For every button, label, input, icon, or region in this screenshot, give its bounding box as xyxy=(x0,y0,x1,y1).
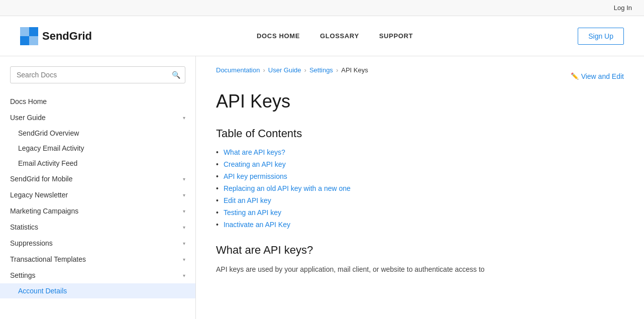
chevron-right-icon-suppressions: ▾ xyxy=(183,241,185,246)
sidebar-item-docs-home-label: Docs Home xyxy=(10,97,47,105)
header: SendGrid DOCS HOME GLOSSARY SUPPORT Sign… xyxy=(0,16,644,56)
sidebar-item-statistics-label: Statistics xyxy=(10,223,38,231)
breadcrumb-sep-3: › xyxy=(336,66,338,74)
chevron-right-icon-newsletter: ▾ xyxy=(183,192,185,198)
nav-glossary[interactable]: GLOSSARY xyxy=(320,32,359,40)
svg-rect-1 xyxy=(29,27,38,36)
sidebar-item-marketing-campaigns-label: Marketing Campaigns xyxy=(10,207,78,215)
sendgrid-logo-icon xyxy=(20,27,38,45)
edit-icon: ✏️ xyxy=(571,72,579,80)
chevron-right-icon-mobile: ▾ xyxy=(183,176,185,182)
sidebar-item-suppressions[interactable]: Suppressions ▾ xyxy=(0,235,195,251)
sidebar-item-docs-home[interactable]: Docs Home xyxy=(0,93,195,110)
toc-link-7[interactable]: Inactivate an API Key xyxy=(224,221,290,229)
signup-button[interactable]: Sign Up xyxy=(578,28,624,45)
sidebar-item-email-activity-feed[interactable]: Email Activity Feed xyxy=(0,156,195,171)
login-link[interactable]: Log In xyxy=(614,4,632,12)
toc-link-5[interactable]: Edit an API key xyxy=(224,196,271,204)
search-box: 🔍 xyxy=(10,66,185,83)
toc-link-2[interactable]: Creating an API key xyxy=(224,160,286,168)
breadcrumb-user-guide[interactable]: User Guide xyxy=(268,66,301,74)
toc-item-6: Testing an API key xyxy=(216,208,624,217)
toc-list: What are API keys? Creating an API key A… xyxy=(216,148,624,229)
sidebar-item-sendgrid-for-mobile[interactable]: SendGrid for Mobile ▾ xyxy=(0,171,195,187)
sidebar-item-account-details-label: Account Details xyxy=(18,287,67,295)
sidebar-item-legacy-newsletter-label: Legacy Newsletter xyxy=(10,191,68,199)
sidebar-item-transactional-templates[interactable]: Transactional Templates ▾ xyxy=(0,251,195,267)
search-input[interactable] xyxy=(10,66,185,83)
sidebar-item-settings-label: Settings xyxy=(10,271,36,279)
sidebar-item-transactional-templates-label: Transactional Templates xyxy=(10,255,86,263)
toc-item-7: Inactivate an API Key xyxy=(216,221,624,229)
svg-rect-0 xyxy=(20,27,29,36)
sidebar: 🔍 Docs Home User Guide ▾ SendGrid Overvi… xyxy=(0,56,196,319)
top-bar: Log In xyxy=(0,0,644,16)
toc-item-5: Edit an API key xyxy=(216,196,624,204)
breadcrumb-sep-1: › xyxy=(263,66,265,74)
main-content: Documentation › User Guide › Settings › … xyxy=(196,56,644,319)
breadcrumb-settings[interactable]: Settings xyxy=(309,66,333,74)
view-edit-link[interactable]: ✏️ View and Edit xyxy=(571,72,624,80)
toc-link-4[interactable]: Replacing an old API key with a new one xyxy=(224,184,351,192)
sidebar-item-account-details[interactable]: Account Details xyxy=(0,283,195,298)
section-text: API keys are used by your application, m… xyxy=(216,264,624,275)
svg-rect-3 xyxy=(29,36,38,45)
toc-link-6[interactable]: Testing an API key xyxy=(224,208,281,217)
nav-support[interactable]: SUPPORT xyxy=(379,32,413,40)
search-icon: 🔍 xyxy=(172,71,180,79)
sidebar-item-suppressions-label: Suppressions xyxy=(10,239,53,247)
sidebar-item-sendgrid-overview[interactable]: SendGrid Overview xyxy=(0,126,195,141)
sidebar-item-statistics[interactable]: Statistics ▾ xyxy=(0,219,195,235)
breadcrumb-sep-2: › xyxy=(304,66,306,74)
toc-link-3[interactable]: API key permissions xyxy=(224,172,287,180)
sidebar-item-settings[interactable]: Settings ▾ xyxy=(0,267,195,283)
breadcrumb-documentation[interactable]: Documentation xyxy=(216,66,260,74)
page-title: API Keys xyxy=(216,91,624,112)
sidebar-item-user-guide-label: User Guide xyxy=(10,114,46,122)
toc-item-4: Replacing an old API key with a new one xyxy=(216,184,624,192)
sidebar-item-sendgrid-overview-label: SendGrid Overview xyxy=(18,129,79,137)
svg-rect-2 xyxy=(20,36,29,45)
toc-item-1: What are API keys? xyxy=(216,148,624,156)
sidebar-item-legacy-email-activity-label: Legacy Email Activity xyxy=(18,144,84,152)
toc-item-3: API key permissions xyxy=(216,172,624,180)
chevron-right-icon-statistics: ▾ xyxy=(183,225,185,230)
sidebar-item-marketing-campaigns[interactable]: Marketing Campaigns ▾ xyxy=(0,203,195,219)
chevron-right-icon-settings: ▾ xyxy=(183,273,185,278)
logo[interactable]: SendGrid xyxy=(20,27,92,45)
section-title: What are API keys? xyxy=(216,244,624,257)
breadcrumb-api-keys: API Keys xyxy=(341,66,368,74)
chevron-right-icon-marketing: ▾ xyxy=(183,208,185,214)
breadcrumb-header: Documentation › User Guide › Settings › … xyxy=(216,66,624,86)
logo-text: SendGrid xyxy=(42,30,92,43)
main-nav: DOCS HOME GLOSSARY SUPPORT xyxy=(257,32,413,40)
sidebar-item-legacy-email-activity[interactable]: Legacy Email Activity xyxy=(0,141,195,156)
toc-item-2: Creating an API key xyxy=(216,160,624,168)
sidebar-item-legacy-newsletter[interactable]: Legacy Newsletter ▾ xyxy=(0,187,195,203)
view-edit-label: View and Edit xyxy=(581,72,624,80)
chevron-down-icon: ▾ xyxy=(183,115,185,121)
toc-title: Table of Contents xyxy=(216,127,624,140)
sidebar-item-sendgrid-for-mobile-label: SendGrid for Mobile xyxy=(10,175,73,183)
chevron-right-icon-transactional: ▾ xyxy=(183,257,185,262)
toc-link-1[interactable]: What are API keys? xyxy=(224,148,285,156)
nav-docs-home[interactable]: DOCS HOME xyxy=(257,32,300,40)
breadcrumb: Documentation › User Guide › Settings › … xyxy=(216,66,368,74)
layout: 🔍 Docs Home User Guide ▾ SendGrid Overvi… xyxy=(0,56,644,319)
sidebar-item-email-activity-feed-label: Email Activity Feed xyxy=(18,159,77,167)
sidebar-item-user-guide[interactable]: User Guide ▾ xyxy=(0,110,195,126)
